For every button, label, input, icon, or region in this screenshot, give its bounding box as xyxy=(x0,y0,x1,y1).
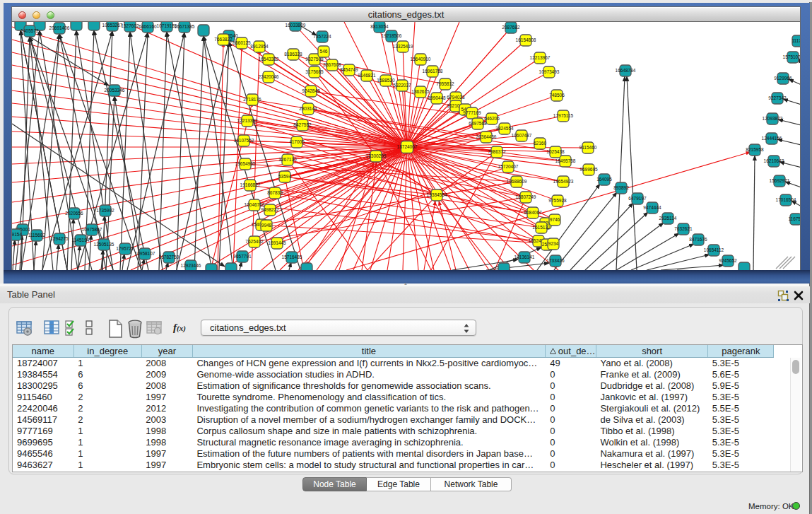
svg-text:9129966: 9129966 xyxy=(774,76,792,81)
svg-text:15720407: 15720407 xyxy=(498,164,519,169)
svg-text:1145194: 1145194 xyxy=(72,238,90,243)
svg-text:18724007: 18724007 xyxy=(397,144,418,149)
svg-text:16210643: 16210643 xyxy=(764,158,784,163)
svg-text:10975867: 10975867 xyxy=(82,227,102,232)
svg-text:6479197: 6479197 xyxy=(628,196,647,201)
svg-text:8990448: 8990448 xyxy=(428,95,446,100)
svg-text:2020656: 2020656 xyxy=(65,211,83,216)
svg-text:22420046: 22420046 xyxy=(259,74,279,79)
svg-text:8813054: 8813054 xyxy=(370,24,389,29)
svg-text:9242848: 9242848 xyxy=(302,88,320,93)
svg-text:9146821: 9146821 xyxy=(358,73,376,78)
svg-text:15640910: 15640910 xyxy=(411,57,431,62)
svg-text:1025438: 1025438 xyxy=(546,149,565,154)
svg-text:18807249: 18807249 xyxy=(516,194,536,199)
svg-text:646206: 646206 xyxy=(484,116,500,121)
svg-text:19218506: 19218506 xyxy=(382,33,402,38)
svg-text:16648784: 16648784 xyxy=(616,68,636,73)
svg-text:17016504: 17016504 xyxy=(776,197,796,202)
svg-text:8912954: 8912954 xyxy=(250,44,269,49)
svg-text:10607487: 10607487 xyxy=(512,133,532,138)
svg-text:39154: 39154 xyxy=(12,232,22,237)
svg-text:6794028: 6794028 xyxy=(447,95,465,100)
svg-text:893892: 893892 xyxy=(613,185,629,190)
svg-text:417005: 417005 xyxy=(289,139,305,144)
svg-text:9755928: 9755928 xyxy=(548,198,567,203)
svg-text:1691445: 1691445 xyxy=(268,240,286,245)
svg-text:16033809: 16033809 xyxy=(286,23,306,28)
svg-text:9115460: 9115460 xyxy=(579,145,597,150)
svg-text:19166827: 19166827 xyxy=(240,182,261,187)
svg-text:6497568: 6497568 xyxy=(469,121,487,126)
svg-text:1735992: 1735992 xyxy=(96,208,114,213)
svg-text:10973493: 10973493 xyxy=(539,69,560,74)
svg-text:8471676: 8471676 xyxy=(689,237,707,242)
svg-text:2367608: 2367608 xyxy=(323,62,341,67)
svg-text:9234: 9234 xyxy=(548,241,559,246)
svg-text:1115682: 1115682 xyxy=(28,233,46,238)
svg-text:10688609: 10688609 xyxy=(507,179,527,184)
svg-text:7632621: 7632621 xyxy=(674,226,693,231)
svg-text:18495758: 18495758 xyxy=(555,158,576,163)
svg-text:18300295: 18300295 xyxy=(366,153,387,158)
svg-text:10654112: 10654112 xyxy=(704,247,724,252)
svg-text:16107552: 16107552 xyxy=(234,138,254,143)
svg-text:546: 546 xyxy=(320,49,328,54)
svg-text:3175685: 3175685 xyxy=(305,69,324,74)
svg-text:19654923: 19654923 xyxy=(553,179,574,184)
svg-text:1294275: 1294275 xyxy=(50,236,69,241)
svg-text:9948: 9948 xyxy=(261,223,272,228)
svg-text:20053346: 20053346 xyxy=(105,88,125,93)
svg-text:7625402: 7625402 xyxy=(245,239,264,244)
svg-text:3824554: 3824554 xyxy=(495,126,514,131)
svg-text:12093873: 12093873 xyxy=(763,116,783,121)
svg-text:6466160: 6466160 xyxy=(139,24,157,29)
svg-text:1795722: 1795722 xyxy=(116,246,134,251)
svg-text:53594: 53594 xyxy=(278,174,291,179)
svg-text:12213392: 12213392 xyxy=(237,118,258,123)
svg-text:13325419: 13325419 xyxy=(393,44,413,49)
svg-text:12505135: 12505135 xyxy=(94,242,114,247)
svg-text:116753: 116753 xyxy=(788,216,801,221)
svg-text:867833: 867833 xyxy=(267,190,283,195)
svg-text:9498222: 9498222 xyxy=(261,207,279,212)
svg-text:7357224: 7357224 xyxy=(313,34,331,39)
svg-text:7663822: 7663822 xyxy=(214,37,233,42)
svg-text:3267130: 3267130 xyxy=(278,157,297,162)
svg-text:12213967: 12213967 xyxy=(530,55,551,60)
svg-text:9777169: 9777169 xyxy=(463,110,481,115)
svg-text:9474444: 9474444 xyxy=(643,205,661,210)
svg-text:16154808: 16154808 xyxy=(516,37,536,42)
svg-text:8427552: 8427552 xyxy=(293,122,312,127)
svg-text:10653267: 10653267 xyxy=(102,23,123,28)
svg-text:164095: 164095 xyxy=(596,177,612,182)
svg-text:9657791: 9657791 xyxy=(233,254,252,259)
svg-text:2718176: 2718176 xyxy=(243,97,261,102)
svg-text:1615132: 1615132 xyxy=(532,225,551,230)
svg-text:15716485: 15716485 xyxy=(282,255,302,259)
svg-text:11171: 11171 xyxy=(792,38,801,43)
svg-text:5322037: 5322037 xyxy=(393,83,411,88)
svg-text:19654965: 19654965 xyxy=(235,161,256,166)
svg-text:1733426: 1733426 xyxy=(546,258,565,263)
svg-text:748506: 748506 xyxy=(549,93,565,98)
svg-text:1527602: 1527602 xyxy=(121,23,139,28)
svg-text:2087682: 2087682 xyxy=(502,25,520,30)
svg-text:1362615: 1362615 xyxy=(411,89,430,94)
svg-text:1588520: 1588520 xyxy=(377,78,395,83)
svg-text:16543382: 16543382 xyxy=(259,57,279,62)
svg-text:16671385: 16671385 xyxy=(175,24,195,29)
svg-text:8186328: 8186328 xyxy=(284,52,302,57)
svg-text:8215958: 8215958 xyxy=(746,147,764,152)
svg-text:15692971: 15692971 xyxy=(770,178,790,183)
svg-text:19384554: 19384554 xyxy=(427,192,447,197)
svg-text:9084067: 9084067 xyxy=(524,210,542,215)
svg-text:62160: 62160 xyxy=(534,141,546,146)
svg-text:10046766: 10046766 xyxy=(245,202,265,207)
svg-text:9227342: 9227342 xyxy=(768,95,787,100)
svg-text:10958107: 10958107 xyxy=(135,251,155,256)
svg-text:7955812: 7955812 xyxy=(436,81,454,86)
svg-text:7986372: 7986372 xyxy=(488,149,506,154)
svg-text:19136141: 19136141 xyxy=(514,255,535,259)
svg-text:15751074: 15751074 xyxy=(783,54,801,59)
